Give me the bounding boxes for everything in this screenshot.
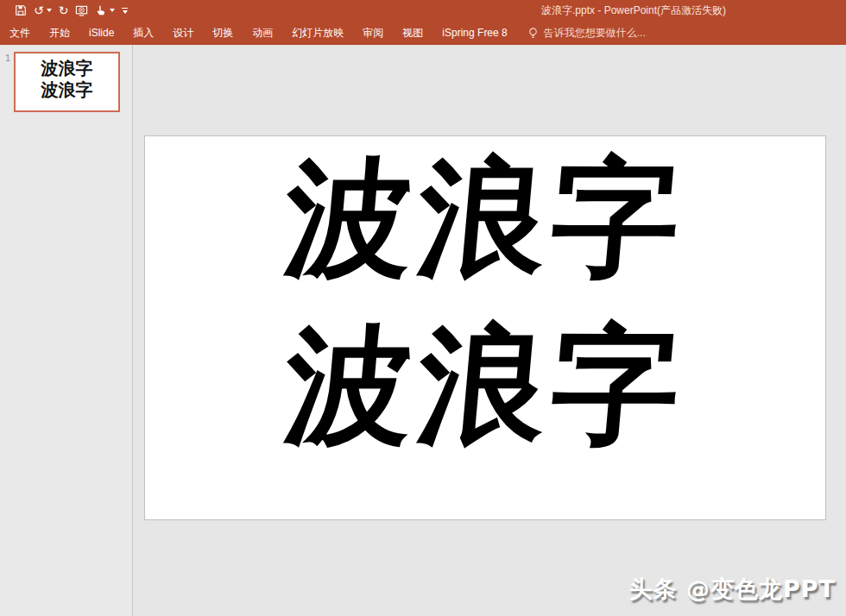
- ribbon-tab[interactable]: iSpring Free 8: [432, 21, 516, 45]
- ribbon-tab[interactable]: 审阅: [353, 21, 393, 45]
- customize-qat-button[interactable]: [118, 1, 131, 20]
- tell-me-box[interactable]: 告诉我您想要做什么...: [527, 26, 646, 41]
- wordart-text-line-2[interactable]: 波浪字: [139, 319, 831, 453]
- undo-dropdown-icon: [47, 9, 52, 12]
- slide-number-label: 1: [5, 53, 10, 63]
- touch-mode-icon: [95, 4, 107, 16]
- ribbon-tabs: 文件开始iSlide插入设计切换动画幻灯片放映审阅视图iSpring Free …: [0, 21, 517, 45]
- undo-button[interactable]: ↺: [30, 1, 55, 20]
- ribbon-tab[interactable]: 文件: [0, 21, 40, 45]
- workspace: 1 波浪字 波浪字 波浪字 波浪字 头条 @变色龙PPT: [0, 45, 846, 616]
- ribbon-tab[interactable]: 幻灯片放映: [282, 21, 353, 45]
- ribbon-tab[interactable]: iSlide: [79, 21, 123, 45]
- start-slideshow-icon: [75, 4, 88, 17]
- redo-icon: ↻: [59, 1, 69, 20]
- redo-button[interactable]: ↻: [55, 1, 73, 20]
- thumbnail-text-line: 波浪字: [16, 58, 118, 79]
- ribbon-tab[interactable]: 开始: [40, 21, 79, 45]
- slide-thumbnail-1[interactable]: 波浪字 波浪字: [14, 52, 120, 112]
- powerpoint-window: ↺ ↻: [0, 0, 846, 616]
- start-slideshow-button[interactable]: [72, 1, 92, 20]
- save-button[interactable]: [11, 1, 30, 20]
- wordart-text-line-1[interactable]: 波浪字: [139, 152, 831, 286]
- ribbon-tab[interactable]: 动画: [243, 21, 282, 45]
- touch-mode-button[interactable]: [92, 1, 118, 20]
- title-bar: ↺ ↻: [0, 0, 846, 21]
- window-title: 波浪字.pptx - PowerPoint(产品激活失败): [541, 0, 726, 21]
- thumbnail-text-line: 波浪字: [16, 79, 118, 101]
- watermark-text: 头条 @变色龙PPT: [629, 574, 836, 605]
- ribbon-tab[interactable]: 视图: [393, 21, 432, 45]
- touch-mode-dropdown-icon: [110, 9, 115, 12]
- ribbon-tab[interactable]: 插入: [123, 21, 163, 45]
- tell-me-label: 告诉我您想要做什么...: [544, 26, 646, 41]
- ribbon-tab-bar: 文件开始iSlide插入设计切换动画幻灯片放映审阅视图iSpring Free …: [0, 21, 846, 45]
- slide-thumbnails-panel[interactable]: 1 波浪字 波浪字: [0, 45, 133, 616]
- ribbon-tab[interactable]: 设计: [163, 21, 203, 45]
- slide-canvas[interactable]: 波浪字 波浪字: [144, 135, 826, 520]
- customize-qat-icon: [122, 8, 128, 14]
- undo-icon: ↺: [34, 1, 44, 20]
- ribbon-tab[interactable]: 切换: [203, 21, 243, 45]
- lightbulb-icon: [527, 27, 539, 40]
- quick-access-toolbar: ↺ ↻: [0, 0, 131, 21]
- save-icon: [15, 4, 27, 16]
